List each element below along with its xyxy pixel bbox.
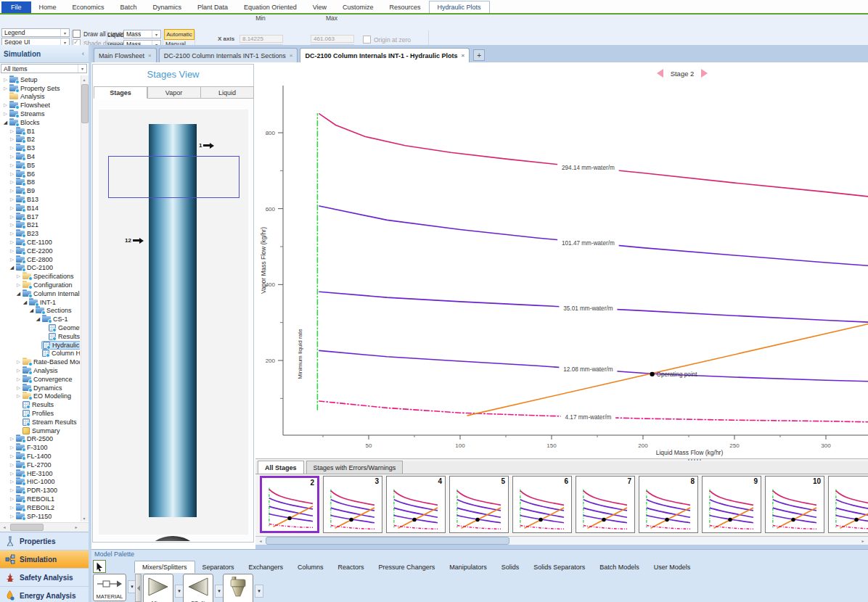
tree-item-b5[interactable]: ▷B5 xyxy=(0,161,80,170)
close-icon[interactable]: × xyxy=(290,52,293,59)
plot-font-combo-0[interactable]: Legend▾ xyxy=(1,28,70,37)
stage-thumbnail-2[interactable]: 2 xyxy=(260,476,319,533)
tree-collapsed-icon[interactable]: ▷ xyxy=(2,86,9,91)
palette-tab-user-models[interactable]: User Models xyxy=(647,561,698,573)
scroll-down-icon[interactable]: ▾ xyxy=(81,514,88,521)
palette-item-material[interactable]: MATERIAL xyxy=(93,574,126,601)
previous-stage-button[interactable] xyxy=(657,69,663,78)
chevron-down-icon[interactable]: ▾ xyxy=(255,585,263,598)
tree-item-fl-2700[interactable]: ▷FL-2700 xyxy=(0,461,80,469)
tree-item-hydraulic-plots[interactable]: Hydraulic Plots xyxy=(0,341,80,350)
stage-selection-rectangle[interactable] xyxy=(108,156,239,198)
scroll-up-icon[interactable]: ▴ xyxy=(81,75,88,83)
tree-item-column-internals[interactable]: ◢Column Internals xyxy=(0,289,80,298)
ribbon-tab-economics[interactable]: Economics xyxy=(65,1,112,13)
tree-collapsed-icon[interactable]: ▷ xyxy=(9,257,15,263)
tree-collapsed-icon[interactable]: ▷ xyxy=(9,179,15,185)
tree-collapsed-icon[interactable]: ▷ xyxy=(9,505,15,511)
palette-tab-solids[interactable]: Solids xyxy=(494,561,527,573)
tree-collapsed-icon[interactable]: ▷ xyxy=(9,171,15,177)
tree-collapsed-icon[interactable]: ▷ xyxy=(9,471,15,477)
tree-collapsed-icon[interactable]: ▷ xyxy=(15,273,22,279)
tree-collapsed-icon[interactable]: ▷ xyxy=(9,487,15,493)
tree-collapsed-icon[interactable]: ▷ xyxy=(2,77,9,83)
tree-item-stream-results[interactable]: Stream Results xyxy=(0,418,80,426)
tree-item-profiles[interactable]: Profiles xyxy=(0,409,80,418)
scaling-automatic-button[interactable]: Automatic xyxy=(164,29,195,40)
tree-collapsed-icon[interactable]: ▷ xyxy=(9,436,15,442)
tree-collapsed-icon[interactable]: ▷ xyxy=(9,145,15,151)
tree-item-reboil2[interactable]: ▷REBOIL2 xyxy=(0,503,80,512)
tree-item-results[interactable]: Results xyxy=(0,332,80,341)
flow-basis-combo-liquid[interactable]: Mass▾ xyxy=(123,30,161,38)
tree-collapsed-icon[interactable]: ▷ xyxy=(15,282,22,288)
tree-item-b3[interactable]: ▷B3 xyxy=(0,144,80,152)
stage-thumbnail-4[interactable]: 4 xyxy=(386,476,446,533)
tree-item-specifications[interactable]: ▷Specifications xyxy=(0,272,80,281)
tree-item-dynamics[interactable]: ▷Dynamics xyxy=(0,384,80,392)
tree-collapsed-icon[interactable]: ▷ xyxy=(9,453,15,459)
tree-item-b4[interactable]: ▷B4 xyxy=(0,152,80,161)
tree-collapsed-icon[interactable]: ▷ xyxy=(15,376,22,382)
tree-item-reboil1[interactable]: ▷REBOIL1 xyxy=(0,495,80,503)
tree-collapsed-icon[interactable]: ▷ xyxy=(2,102,9,108)
tree-item-ce-2200[interactable]: ▷CE-2200 xyxy=(0,247,80,255)
tree-hscroll-thumb[interactable] xyxy=(10,524,44,531)
tree-collapsed-icon[interactable]: ▷ xyxy=(9,197,15,202)
axis-min-input[interactable]: 8.14225 xyxy=(239,35,283,43)
scroll-left-icon[interactable]: ◂ xyxy=(1,523,8,530)
tree-collapsed-icon[interactable]: ▷ xyxy=(15,359,22,365)
tree-scroll-thumb[interactable] xyxy=(81,84,89,123)
thumbnail-tab-all-stages[interactable]: All Stages xyxy=(258,461,304,474)
ribbon-tab-customize[interactable]: Customize xyxy=(335,1,382,13)
stage-thumbnail-8[interactable]: 8 xyxy=(639,476,698,533)
tree-item-property-sets[interactable]: ▷Property Sets xyxy=(0,84,80,93)
palette-scroll-left-icon[interactable] xyxy=(135,574,142,602)
select-cursor-button[interactable] xyxy=(93,560,106,573)
nav-button-simulation[interactable]: Simulation xyxy=(0,551,89,569)
palette-tab-pressure-changers[interactable]: Pressure Changers xyxy=(372,561,443,573)
tree-expanded-icon[interactable]: ◢ xyxy=(15,291,22,297)
document-tab[interactable]: Main Flowsheet× xyxy=(94,48,157,62)
tree-collapsed-icon[interactable]: ▷ xyxy=(9,462,15,468)
ribbon-tab-home[interactable]: Home xyxy=(31,1,65,13)
palette-tab-manipulators[interactable]: Manipulators xyxy=(442,561,494,573)
tree-item-he-3100[interactable]: ▷HE-3100 xyxy=(0,469,80,478)
tree-item-streams[interactable]: ▷Streams xyxy=(0,110,80,118)
tree-collapsed-icon[interactable]: ▷ xyxy=(9,222,15,228)
tree-item-b9[interactable]: ▷B9 xyxy=(0,186,80,195)
stage-thumbnail-3[interactable]: 3 xyxy=(323,476,382,533)
palette-tab-exchangers[interactable]: Exchangers xyxy=(242,561,291,573)
tree-item-convergence[interactable]: ▷Convergence xyxy=(0,375,80,384)
document-tab[interactable]: DC-2100 Column Internals INT-1 - Hydraul… xyxy=(300,48,470,62)
tree-item-cs-1[interactable]: ◢CS-1 xyxy=(0,315,80,323)
tree-item-column-hydraulics[interactable]: Column Hydraulics xyxy=(0,350,80,358)
nav-button-safety-analysis[interactable]: Safety Analysis xyxy=(0,569,89,587)
tree-item-b1[interactable]: ▷B1 xyxy=(0,127,80,136)
scroll-right-icon[interactable]: ▸ xyxy=(859,537,867,544)
thumbnail-tab-stages-with-errors-warnings[interactable]: Stages with Errors/Warnings xyxy=(306,461,404,474)
tree-vertical-scrollbar[interactable] xyxy=(81,75,89,521)
tree-collapsed-icon[interactable]: ▷ xyxy=(9,496,15,502)
tree-item-sections[interactable]: ◢Sections xyxy=(0,307,80,316)
tree-filter-dropdown[interactable]: All Items ▾ xyxy=(1,64,87,73)
tree-item-dc-2100[interactable]: ◢DC-2100 xyxy=(0,264,80,273)
ribbon-tab-dynamics[interactable]: Dynamics xyxy=(145,1,190,13)
stage-thumbnail-11[interactable]: 11 xyxy=(828,476,868,533)
palette-item-ssplit[interactable]: SSplit xyxy=(223,574,253,602)
tree-collapsed-icon[interactable]: ▷ xyxy=(9,154,15,160)
collapse-panel-icon[interactable]: ‹ xyxy=(82,50,84,57)
tree-item-eo-modeling[interactable]: ▷EO Modeling xyxy=(0,392,80,400)
palette-tab-batch-models[interactable]: Batch Models xyxy=(592,561,647,573)
palette-item-mixer[interactable]: Mixer xyxy=(143,574,173,602)
stage-thumbnail-5[interactable]: 5 xyxy=(449,476,509,533)
palette-tab-reactors[interactable]: Reactors xyxy=(331,561,372,573)
origin-at-zero-checkbox[interactable]: Origin at zero xyxy=(363,36,411,44)
tree-item-flowsheet[interactable]: ▷Flowsheet xyxy=(0,101,80,110)
tree-item-results[interactable]: Results xyxy=(0,400,80,409)
tree-item-rate-based-modeling[interactable]: ▷Rate-Based Modeling xyxy=(0,358,80,366)
next-stage-button[interactable] xyxy=(701,69,708,78)
tree-item-fl-1400[interactable]: ▷FL-1400 xyxy=(0,452,80,461)
new-tab-button[interactable]: + xyxy=(473,49,485,61)
ribbon-tab-view[interactable]: View xyxy=(305,1,335,13)
